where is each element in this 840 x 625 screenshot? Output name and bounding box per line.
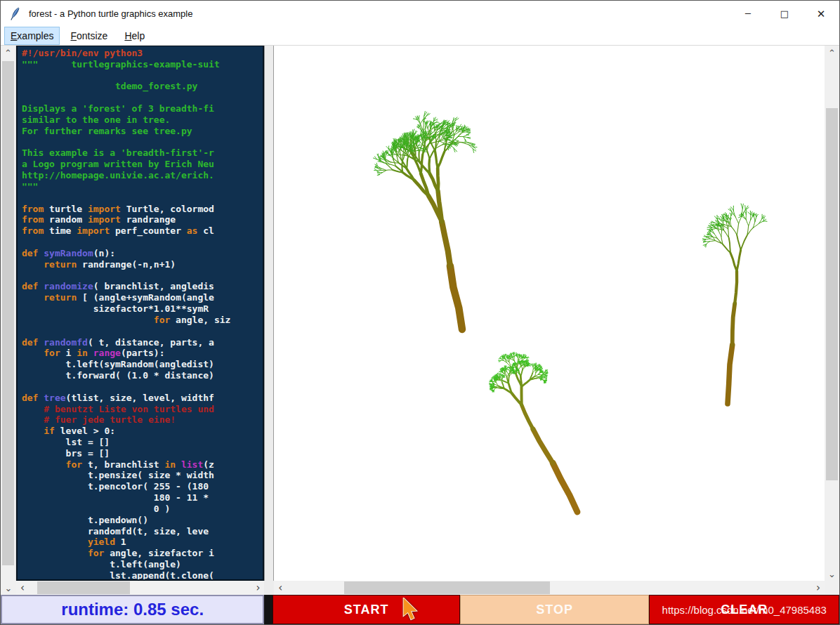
- scroll-up-icon[interactable]: ⌃: [1, 46, 15, 60]
- clear-button[interactable]: https://blog.csdn.net/m0_47985483 CLEAR: [649, 595, 839, 624]
- code-line: t.pendown(): [22, 515, 263, 526]
- tree-branches-level-9: [450, 266, 462, 329]
- code-line: from time import perf_counter as cl: [22, 225, 263, 237]
- menu-item-help[interactable]: Help: [118, 27, 151, 45]
- scroll-down-icon[interactable]: ⌄: [1, 581, 16, 595]
- code-line: similar to the one in tree.: [22, 114, 263, 126]
- tree-branches-level-6: [735, 271, 737, 303]
- code-line: tdemo_forest.py: [22, 81, 263, 92]
- tree-branches-level-9: [553, 463, 577, 512]
- menu-item-examples[interactable]: Examples: [4, 27, 60, 45]
- runtime-display: runtime: 0.85 sec.: [1, 595, 264, 624]
- divider: [264, 595, 273, 624]
- code-line: brs = []: [22, 448, 263, 459]
- code-line: This example is a 'breadth-first'-r: [22, 147, 263, 159]
- code-line: for angle, siz: [22, 315, 263, 326]
- status-bar: runtime: 0.85 sec. START STOP https://bl…: [1, 595, 839, 624]
- code-line: [22, 237, 263, 248]
- forest-drawing: [274, 46, 825, 581]
- runtime-text: runtime: 0.85 sec.: [61, 600, 204, 619]
- code-line: [22, 137, 263, 148]
- code-line: #!/usr/bin/env python3: [22, 48, 263, 59]
- main-area: ⌃ #!/usr/bin/env python3""" turtlegraphi…: [1, 46, 839, 581]
- code-line: return randrange(-n,n+1): [22, 259, 263, 270]
- turtle-canvas[interactable]: [274, 46, 825, 581]
- code-line: def tree(tlist, size, level, widthf: [22, 393, 263, 404]
- tree-branches-level-7: [522, 405, 533, 429]
- code-horizontal-scrollbar[interactable]: ‹ ›: [16, 581, 264, 595]
- tree-branches-level-4: [723, 235, 747, 253]
- source-code-view[interactable]: #!/usr/bin/env python3""" turtlegraphics…: [16, 46, 264, 581]
- code-line: 180 - 11 *: [22, 492, 263, 504]
- tree-branches-level-6: [414, 168, 439, 195]
- panel-divider: [264, 581, 274, 595]
- code-line: 0 ): [22, 504, 263, 515]
- code-line: a Logo program written by Erich Neu: [22, 159, 263, 170]
- scroll-left-icon[interactable]: ‹: [16, 581, 29, 595]
- tree-branches-level-5: [504, 375, 530, 393]
- minimize-button[interactable]: ─: [730, 1, 766, 27]
- code-line: # benutzt Liste von turtles und: [22, 404, 263, 415]
- scroll-down-icon[interactable]: ⌄: [825, 567, 839, 581]
- code-hscroll-thumb[interactable]: [37, 581, 130, 594]
- code-line: t.pencolor( 255 - (180: [22, 481, 263, 492]
- clear-label: CLEAR: [721, 603, 768, 617]
- window-title: forest - a Python turtle graphics exampl…: [29, 8, 192, 19]
- start-button[interactable]: START: [273, 595, 460, 624]
- code-line: # fuer jede turtle eine!: [22, 414, 263, 426]
- code-line: For further remarks see tree.py: [22, 126, 263, 137]
- scroll-left-icon[interactable]: ‹: [274, 581, 287, 595]
- code-line: t.left(symRandom(angledist): [22, 359, 263, 370]
- code-line: lst.append(t.clone(: [22, 570, 263, 581]
- scroll-up-icon[interactable]: ⌃: [825, 46, 839, 60]
- scroll-right-icon[interactable]: ›: [812, 581, 825, 595]
- tree-branches-level-7: [428, 191, 442, 221]
- code-line: return [ (angle+symRandom(angle: [22, 292, 263, 303]
- canvas-vertical-scrollbar[interactable]: ⌃ ⌄: [825, 46, 839, 581]
- code-line: t.forward( (1.0 * distance): [22, 370, 263, 381]
- code-line: randomfd(t, size, leve: [22, 526, 263, 537]
- stop-button[interactable]: STOP: [460, 595, 650, 624]
- code-line: [22, 326, 263, 337]
- code-line: from turtle import Turtle, colormod: [22, 204, 263, 215]
- horizontal-scroll-row: ⌄ ‹ › ‹ ›: [1, 581, 839, 595]
- code-line: yield 1: [22, 537, 263, 548]
- tree-branches-level-7: [733, 303, 735, 345]
- code-line: t.left(angle): [22, 559, 263, 570]
- stop-label: STOP: [536, 603, 573, 617]
- code-line: sizefactor*1.01**symR: [22, 303, 263, 315]
- start-label: START: [344, 603, 389, 617]
- code-line: [22, 381, 263, 393]
- code-vscroll-thumb[interactable]: [2, 61, 14, 565]
- code-line: def symRandom(n):: [22, 248, 263, 259]
- code-line: from random import randrange: [22, 214, 263, 225]
- code-vertical-scrollbar[interactable]: ⌃: [1, 46, 16, 581]
- close-button[interactable]: ✕: [803, 1, 839, 27]
- code-line: for t, branchlist in list(z: [22, 459, 263, 471]
- canvas-vscroll-thumb[interactable]: [826, 108, 838, 480]
- scroll-right-icon[interactable]: ›: [251, 581, 264, 595]
- tree-branches-level-6: [512, 387, 522, 405]
- maximize-button[interactable]: □: [766, 1, 803, 27]
- tree-branches-level-5: [730, 250, 741, 271]
- python-feather-icon: [9, 7, 22, 21]
- code-line: def randomize( branchlist, angledis: [22, 281, 263, 292]
- code-line: t.pensize( size * width: [22, 470, 263, 481]
- panel-divider: [264, 46, 274, 581]
- code-line: if level > 0:: [22, 426, 263, 437]
- tree-branches-level-8: [728, 345, 733, 404]
- code-line: [22, 70, 263, 81]
- tree-branches-level-0: [703, 204, 768, 247]
- code-line: """: [22, 181, 263, 192]
- code-line: for i in range(parts):: [22, 348, 263, 359]
- canvas-horizontal-scrollbar[interactable]: ‹ ›: [274, 581, 825, 595]
- code-line: [22, 270, 263, 282]
- code-line: lst = []: [22, 437, 263, 448]
- mouse-cursor-icon: [402, 598, 419, 621]
- code-line: def randomfd( t, distance, parts, a: [22, 337, 263, 348]
- scrollbar-endcap: [825, 581, 839, 595]
- menu-item-fontsize[interactable]: Fontsize: [64, 27, 114, 45]
- canvas-hscroll-thumb[interactable]: [344, 581, 550, 594]
- code-line: Displays a 'forest' of 3 breadth-fi: [22, 103, 263, 114]
- tree-branches-level-8: [442, 222, 450, 266]
